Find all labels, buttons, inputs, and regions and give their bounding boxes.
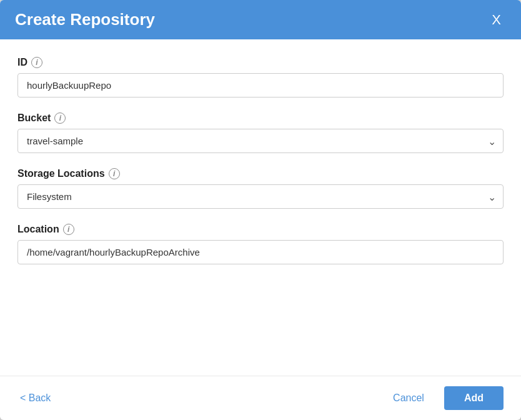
bucket-label-text: Bucket: [17, 112, 51, 124]
bucket-info-icon[interactable]: i: [54, 112, 66, 124]
storage-locations-select[interactable]: Filesystem S3 Azure GCS: [17, 184, 504, 209]
storage-locations-select-wrapper: Filesystem S3 Azure GCS ⌄: [17, 184, 504, 209]
add-button[interactable]: Add: [444, 386, 504, 410]
storage-locations-label: Storage Locations i: [17, 168, 504, 179]
location-label: Location i: [17, 224, 504, 235]
bucket-select[interactable]: travel-sample beer-sample gamesim-sample: [17, 129, 504, 153]
create-repository-dialog: Create Repository X ID i Bucket i travel…: [0, 0, 521, 420]
id-info-icon[interactable]: i: [31, 57, 42, 68]
storage-locations-info-icon[interactable]: i: [109, 168, 120, 179]
storage-locations-label-text: Storage Locations: [17, 168, 105, 179]
close-button[interactable]: X: [487, 11, 506, 29]
back-button[interactable]: < Back: [17, 388, 53, 409]
location-info-icon[interactable]: i: [63, 224, 74, 235]
id-input[interactable]: [17, 73, 504, 98]
location-input[interactable]: [17, 240, 504, 264]
footer-right-actions: Cancel Add: [383, 386, 504, 410]
location-label-text: Location: [17, 224, 59, 235]
dialog-title: Create Repository: [15, 10, 155, 29]
bucket-select-wrapper: travel-sample beer-sample gamesim-sample…: [17, 129, 504, 153]
id-form-group: ID i: [17, 57, 504, 98]
id-label-text: ID: [17, 57, 27, 68]
storage-locations-form-group: Storage Locations i Filesystem S3 Azure …: [17, 168, 504, 209]
dialog-body: ID i Bucket i travel-sample beer-sample …: [0, 39, 521, 376]
bucket-label: Bucket i: [17, 112, 504, 124]
bucket-form-group: Bucket i travel-sample beer-sample games…: [17, 112, 504, 153]
cancel-button[interactable]: Cancel: [383, 388, 434, 409]
id-label: ID i: [17, 57, 504, 68]
dialog-footer: < Back Cancel Add: [0, 376, 521, 420]
dialog-header: Create Repository X: [0, 0, 521, 39]
location-form-group: Location i: [17, 224, 504, 264]
